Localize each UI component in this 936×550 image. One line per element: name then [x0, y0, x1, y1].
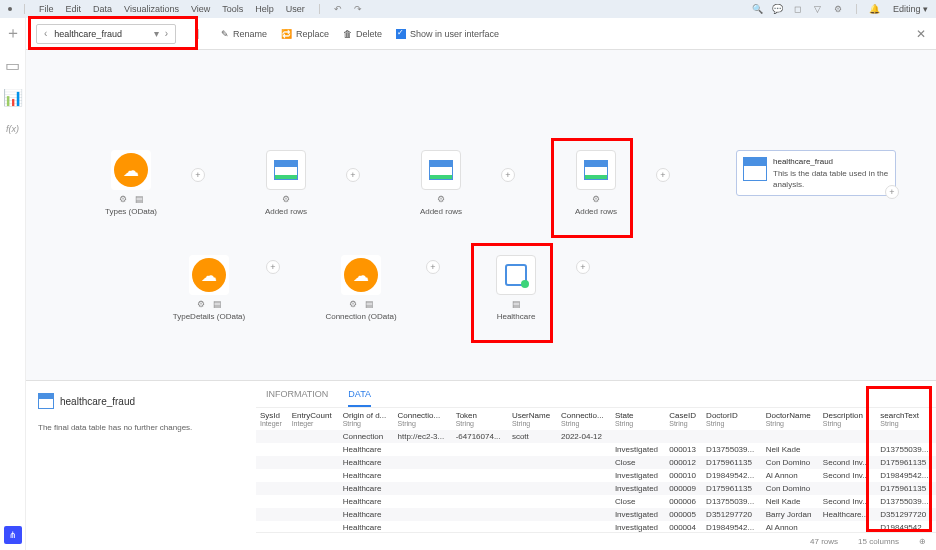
trash-icon: 🗑 — [343, 29, 352, 39]
table-row[interactable]: HealthcareInvestigated000010D19849542...… — [256, 469, 936, 482]
table-icon — [38, 393, 54, 409]
node-healthcare[interactable]: ▤ Healthcare — [481, 255, 551, 321]
column-header[interactable]: DescriptionString — [819, 408, 877, 430]
column-header[interactable]: TokenString — [452, 408, 508, 430]
node-typedetails[interactable]: ☁ ⚙▤ TypeDetails (OData) — [174, 255, 244, 321]
gear-icon[interactable]: ⚙ — [591, 194, 601, 204]
node-addedrows-1[interactable]: ⚙ Added rows — [251, 150, 321, 216]
data-grid[interactable]: SysIdIntegerEntryCountIntegerOrigin of d… — [256, 408, 936, 532]
menu-handle-icon[interactable] — [8, 7, 12, 11]
gear-icon[interactable]: ⚙ — [118, 194, 128, 204]
add-step-icon[interactable]: + — [501, 168, 515, 182]
tab-data[interactable]: DATA — [348, 389, 371, 407]
status-cols: 15 columns — [858, 537, 899, 546]
page-icon[interactable]: ▭ — [6, 58, 20, 72]
toolbar: ‹ healthcare_fraud ▾ › ✎Rename 🔁Replace … — [26, 18, 936, 50]
table-icon — [274, 160, 298, 180]
data-icon[interactable]: ▤ — [212, 299, 222, 309]
add-step-icon[interactable]: + — [885, 185, 899, 199]
table-row[interactable]: HealthcareClose000012D175961135Con Domin… — [256, 456, 936, 469]
data-canvas[interactable]: ☁ ⚙▤ Types (OData) + ⚙ Added rows + ⚙ Ad… — [26, 50, 936, 380]
breadcrumb-fwd-icon[interactable]: › — [162, 28, 171, 39]
menu-visualizations[interactable]: Visualizations — [124, 4, 179, 14]
bell-icon[interactable]: 🔔 — [869, 3, 881, 15]
column-header[interactable]: CaseIDString — [665, 408, 702, 430]
rename-button[interactable]: ✎Rename — [221, 29, 267, 39]
table-row[interactable]: Connectionhttp://ec2-3...-64716074...sco… — [256, 430, 936, 443]
database-icon — [505, 264, 527, 286]
bookmark-icon[interactable]: ◻ — [792, 3, 804, 15]
node-final[interactable]: healthcare_fraudThis is the data table u… — [736, 150, 896, 196]
column-header[interactable]: DoctorNameString — [762, 408, 819, 430]
panel-note: The final data table has no further chan… — [38, 423, 244, 432]
add-step-icon[interactable]: + — [346, 168, 360, 182]
column-header[interactable]: SysIdInteger — [256, 408, 288, 430]
close-button[interactable]: ✕ — [916, 27, 926, 41]
add-step-icon[interactable]: + — [656, 168, 670, 182]
menu-data[interactable]: Data — [93, 4, 112, 14]
column-header[interactable]: EntryCountInteger — [288, 408, 339, 430]
mode-dropdown[interactable]: Editing ▾ — [893, 4, 928, 14]
menu-view[interactable]: View — [191, 4, 210, 14]
breadcrumb-back-icon[interactable]: ‹ — [41, 28, 50, 39]
replace-button[interactable]: 🔁Replace — [281, 29, 329, 39]
data-icon[interactable]: ▤ — [364, 299, 374, 309]
node-addedrows-3[interactable]: ⚙ Added rows — [561, 150, 631, 216]
tab-information[interactable]: INFORMATION — [266, 389, 328, 407]
table-icon — [743, 157, 767, 181]
menu-tools[interactable]: Tools — [222, 4, 243, 14]
menu-user[interactable]: User — [286, 4, 305, 14]
add-step-icon[interactable]: + — [266, 260, 280, 274]
fx-icon[interactable]: f(x) — [6, 122, 20, 136]
undo-icon[interactable]: ↶ — [332, 3, 344, 15]
gear-icon[interactable]: ⚙ — [832, 3, 844, 15]
column-header[interactable]: StateString — [611, 408, 665, 430]
menu-help[interactable]: Help — [255, 4, 274, 14]
add-step-icon[interactable]: + — [426, 260, 440, 274]
node-connection[interactable]: ☁ ⚙▤ Connection (OData) — [326, 255, 396, 321]
node-types[interactable]: ☁ ⚙▤ Types (OData) — [96, 150, 166, 216]
delete-button[interactable]: 🗑Delete — [343, 29, 382, 39]
data-icon[interactable]: ▤ — [134, 194, 144, 204]
add-icon[interactable]: ＋ — [6, 26, 20, 40]
filter-icon[interactable]: ▽ — [812, 3, 824, 15]
column-header[interactable]: DoctorIDString — [702, 408, 762, 430]
table-row[interactable]: HealthcareInvestigated000013D13755039...… — [256, 443, 936, 456]
gear-icon[interactable]: ⚙ — [281, 194, 291, 204]
table-icon — [584, 160, 608, 180]
gear-icon[interactable]: ⚙ — [196, 299, 206, 309]
replace-icon: 🔁 — [281, 29, 292, 39]
table-row[interactable]: HealthcareInvestigated000005D351297720Ba… — [256, 508, 936, 521]
table-row[interactable]: HealthcareInvestigated000004D19849542...… — [256, 521, 936, 532]
expand-icon[interactable]: ⊕ — [919, 537, 926, 546]
data-icon[interactable]: ▤ — [511, 299, 521, 309]
column-header[interactable]: searchTextString — [876, 408, 936, 430]
table-row[interactable]: HealthcareClose000006D13755039...Neil Ka… — [256, 495, 936, 508]
chart-icon[interactable]: 📊 — [6, 90, 20, 104]
comment-icon[interactable]: 💬 — [772, 3, 784, 15]
brand-icon[interactable]: ⋔ — [4, 526, 22, 544]
pencil-icon: ✎ — [221, 29, 229, 39]
add-step-icon[interactable]: + — [191, 168, 205, 182]
menu-file[interactable]: File — [39, 4, 54, 14]
left-rail: ＋ ▭ 📊 f(x) ⋔ — [0, 18, 26, 550]
gear-icon[interactable]: ⚙ — [348, 299, 358, 309]
breadcrumb-down-icon[interactable]: ▾ — [151, 28, 162, 39]
status-rows: 47 rows — [810, 537, 838, 546]
table-row[interactable]: HealthcareInvestigated000009D175961135Co… — [256, 482, 936, 495]
column-header[interactable]: UserNameString — [508, 408, 557, 430]
status-bar: 47 rows 15 columns ⊕ — [256, 532, 936, 550]
search-icon[interactable]: 🔍 — [752, 3, 764, 15]
column-header[interactable]: Connectio...String — [394, 408, 452, 430]
gear-icon[interactable]: ⚙ — [436, 194, 446, 204]
table-icon — [429, 160, 453, 180]
node-addedrows-2[interactable]: ⚙ Added rows — [406, 150, 476, 216]
redo-icon[interactable]: ↷ — [352, 3, 364, 15]
breadcrumb[interactable]: ‹ healthcare_fraud ▾ › — [36, 24, 176, 44]
show-ui-toggle[interactable]: Show in user interface — [396, 29, 499, 39]
column-header[interactable]: Origin of d...String — [339, 408, 394, 430]
column-header[interactable]: Connectio...String — [557, 408, 611, 430]
cloud-icon: ☁ — [123, 161, 139, 180]
add-step-icon[interactable]: + — [576, 260, 590, 274]
menu-edit[interactable]: Edit — [66, 4, 82, 14]
